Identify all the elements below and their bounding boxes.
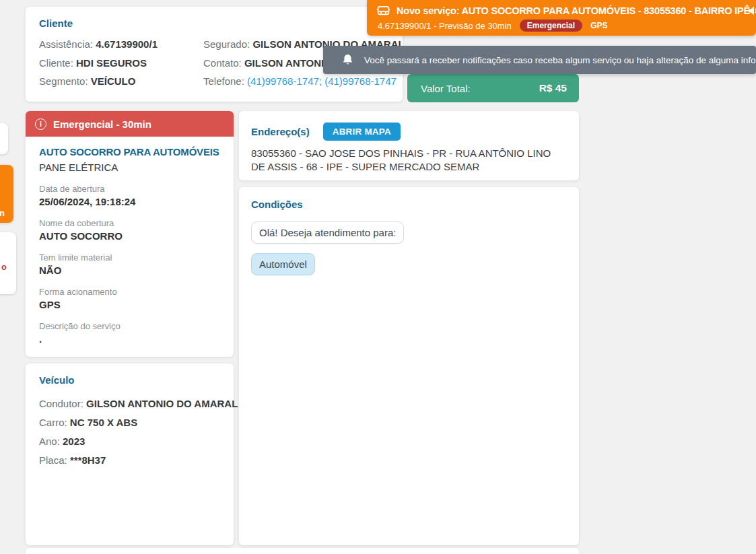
service-priority-header: i Emergencial - 30min (26, 111, 234, 137)
year-row: Ano: 2023 (39, 432, 220, 451)
info-icon: i (35, 118, 46, 130)
contact-label: Contato: (203, 57, 242, 69)
segment-label: Segmento: (39, 75, 88, 87)
client-card-title: Cliente (39, 18, 389, 29)
insured-label: Segurado: (203, 38, 250, 50)
bell-icon (342, 54, 353, 67)
next-section-card-edge (26, 548, 579, 554)
vehicle-card: Veículo Condutor: GILSON ANTONIO DO AMAR… (26, 363, 234, 545)
clipped-text-fragment: n (0, 208, 5, 218)
notification-title: Novo serviço: AUTO SOCORRO PARA AUTOMÓVE… (397, 5, 750, 16)
total-label: Valor Total: (421, 83, 471, 94)
service-name: AUTO SOCORRO PARA AUTOMÓVEIS (39, 146, 220, 158)
detail-coverage-name: Nome da cobertura AUTO SOCORRO (39, 218, 220, 242)
detail-trigger-mode: Forma acionamento GPS (39, 287, 220, 310)
gps-badge: GPS (590, 21, 607, 30)
left-partial-card-bottom[interactable]: o (0, 232, 16, 294)
segment-row: Segmento: VEÍCULO (39, 72, 158, 91)
notifications-toast: Você passará a receber notificações caso… (323, 46, 756, 74)
service-subtype: PANE ELÉTRICA (39, 162, 220, 173)
notification-subtitle: 4.67139900/1 - Previsão de 30min (378, 21, 512, 31)
left-partial-notification-card[interactable]: n (0, 165, 13, 223)
phone-link[interactable]: (41)99768-1747; (41)99768-1747 (247, 75, 397, 87)
service-card: i Emergencial - 30min AUTO SOCORRO PARA … (26, 111, 234, 357)
conditions-card: Condições Olá! Deseja atendimento para: … (239, 187, 579, 545)
detail-open-date: Data de abertura 25/06/2024, 19:18:24 (39, 184, 220, 207)
client-label: Cliente: (39, 57, 73, 69)
total-value-card: Valor Total: R$ 45 (407, 74, 579, 102)
phone-label: Telefone: (203, 75, 244, 87)
total-amount: R$ 45 (539, 82, 567, 94)
toast-message: Você passará a receber notificações caso… (364, 55, 756, 65)
left-partial-card-top[interactable] (0, 123, 8, 154)
phone-row: Telefone: (41)99768-1747; (41)99768-1747 (203, 72, 425, 91)
assistance-label: Assistência: (39, 38, 93, 50)
detail-service-description: Descrição do serviço . (39, 321, 220, 345)
new-service-notification[interactable]: Novo serviço: AUTO SOCORRO PARA AUTOMÓVE… (367, 0, 756, 36)
assistance-row: Assistência: 4.67139900/1 (39, 35, 158, 54)
emergency-badge: Emergencial (520, 20, 582, 32)
client-fields-left: Assistência: 4.67139900/1 Cliente: HDI S… (39, 35, 158, 91)
segment-value: VEÍCULO (91, 75, 136, 87)
speaker-icon[interactable] (748, 5, 756, 16)
bot-message-bubble: Olá! Deseja atendimento para: (251, 221, 404, 244)
client-row: Cliente: HDI SEGUROS (39, 54, 158, 73)
address-card-title: Endereço(s) (251, 126, 310, 137)
car-row: Carro: NC 750 X ABS (39, 413, 220, 432)
service-address: 83055360 - SAO JOSE DOS PINHAIS - PR - R… (251, 147, 566, 174)
priority-label: Emergencial - 30min (53, 118, 151, 130)
address-card: Endereço(s) ABRIR MAPA 83055360 - SAO JO… (239, 111, 579, 180)
option-chip-automovel[interactable]: Automóvel (251, 253, 315, 275)
clipped-red-text-fragment: o (1, 263, 7, 272)
conditions-card-title: Condições (251, 199, 567, 210)
client-value: HDI SEGUROS (76, 57, 147, 69)
driver-row: Condutor: GILSON ANTONIO DO AMARAL (39, 394, 220, 413)
assistance-value: 4.67139900/1 (96, 38, 158, 50)
plate-row: Placa: ***8H37 (39, 451, 220, 470)
detail-material-limit: Tem limite material NÃO (39, 252, 220, 276)
open-map-button[interactable]: ABRIR MAPA (323, 123, 401, 141)
vehicle-card-title: Veículo (39, 374, 220, 386)
car-icon (376, 5, 390, 17)
